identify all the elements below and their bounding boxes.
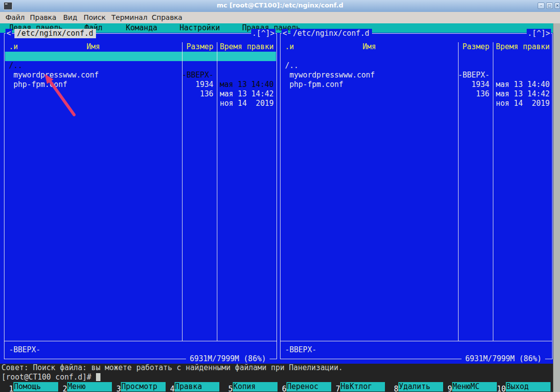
terminal-content: Левая панель Файл Команда Настройки Прав… (0, 23, 560, 392)
fkey-label: МенюМС (452, 382, 497, 392)
fkey-pulldn[interactable]: 9МенюМС (443, 382, 497, 392)
fkey-number: 9 (443, 385, 452, 392)
menu-search[interactable]: Поиск (84, 13, 105, 21)
file-size: 136 (182, 89, 213, 99)
terminal-window: mc [root@CT100]:/etc/nginx/conf.d – □ ✕ … (0, 0, 560, 392)
file-mtime: ноя 14 2019 (496, 99, 550, 108)
fkey-copy[interactable]: 5Копия (224, 382, 278, 392)
shell-prompt: [root@CT100 conf.d]# (1, 373, 96, 382)
fkey-number: 1 (4, 385, 13, 392)
column-divider (217, 42, 217, 341)
column-header-size[interactable]: Размер (182, 42, 213, 52)
fkey-number: 5 (224, 385, 233, 392)
panel-history-right-icon[interactable]: < (281, 29, 288, 38)
file-row-updir[interactable]: /.. -ВВЕРХ- мая 13 14:40 (281, 52, 552, 61)
column-header-name[interactable]: Имя (280, 42, 458, 52)
column-header-name[interactable]: Имя (4, 42, 182, 52)
menu-edit[interactable]: Правка (30, 13, 56, 21)
fkey-label: Меню (67, 382, 112, 392)
fkey-label: Помощь (13, 382, 58, 392)
ministatus: -ВВЕРХ- (9, 345, 40, 355)
fkey-number: 10 (497, 385, 506, 392)
function-key-bar: 1Помощь 2Меню 3Просмотр 4Правка 5Копия 6… (0, 382, 553, 392)
file-row[interactable]: mywordpresswww.conf 1934 мая 13 14:42 (281, 61, 552, 71)
panel-controls-right-icon[interactable]: .[^]> (527, 29, 551, 38)
fkey-delete[interactable]: 8Удалить (389, 382, 443, 392)
file-name: /.. (9, 61, 22, 71)
ministatus: -ВВЕРХ- (285, 345, 316, 355)
file-row[interactable]: php-fpm.conf 136 ноя 14 2019 (281, 71, 552, 80)
free-space-indicator: 6931M/7999M (86%) (186, 354, 270, 364)
fkey-label: Копия (233, 382, 278, 392)
hint-line: Совет: Поиск файла: вы можете работать с… (1, 363, 343, 373)
file-name: php-fpm.conf (285, 80, 343, 89)
file-row[interactable]: php-fpm.conf 136 ноя 14 2019 (5, 71, 276, 80)
terminal-scrollbar[interactable] (553, 23, 560, 392)
column-divider (182, 42, 183, 341)
file-mtime: ноя 14 2019 (220, 99, 274, 108)
file-mtime: мая 13 14:42 (220, 89, 274, 99)
fkey-number: 7 (331, 385, 340, 392)
column-header-time[interactable]: Время правки (496, 42, 550, 52)
left-panel-path[interactable]: /etc/nginx/conf.d (14, 29, 96, 38)
fkey-move[interactable]: 6Перенос (278, 382, 331, 392)
fkey-label: Перенос (286, 382, 331, 392)
file-size: -ВВЕРХ- (182, 71, 213, 80)
column-header-time[interactable]: Время правки (220, 42, 274, 52)
window-titlebar[interactable]: mc [root@CT100]:/etc/nginx/conf.d – □ ✕ (0, 0, 560, 12)
fkey-label: Просмотр (121, 382, 166, 392)
menu-view[interactable]: Вид (63, 13, 77, 21)
fkey-number: 4 (166, 385, 175, 392)
column-divider (493, 42, 493, 341)
fkey-label: Удалить (398, 382, 443, 392)
file-mtime: мая 13 14:40 (496, 80, 550, 89)
column-divider (458, 42, 459, 341)
fkey-number: 2 (58, 385, 67, 392)
column-header-size[interactable]: Размер (458, 42, 489, 52)
fkey-menu[interactable]: 2Меню (58, 382, 112, 392)
file-size: 1934 (458, 80, 489, 89)
fkey-number: 8 (389, 385, 398, 392)
menu-help[interactable]: Справка (152, 13, 183, 21)
right-panel: < /etc/nginx/conf.d .[^]> .и Имя Размер … (280, 33, 553, 359)
mc-menu-command[interactable]: Команда (126, 23, 157, 33)
fkey-help[interactable]: 1Помощь (4, 382, 58, 392)
menu-terminal[interactable]: Терминал (111, 13, 147, 21)
right-column-headers: .и Имя Размер Время правки (280, 42, 552, 52)
window-title: mc [root@CT100]:/etc/nginx/conf.d (0, 1, 560, 9)
fkey-mkdir[interactable]: 7НвКтлог (331, 382, 385, 392)
file-mtime: мая 13 14:40 (220, 80, 274, 89)
free-space-indicator: 6931M/7999M (86%) (462, 354, 545, 364)
file-size: 136 (458, 89, 489, 99)
fkey-label: Выход (506, 382, 551, 392)
fkey-number: 3 (112, 385, 121, 392)
fkey-edit[interactable]: 4Правка (166, 382, 219, 392)
left-panel: < /etc/nginx/conf.d .[^]> .и Имя Размер … (4, 33, 277, 359)
right-panel-path[interactable]: /etc/nginx/conf.d (290, 29, 372, 38)
file-size: 1934 (182, 80, 213, 89)
maximize-button[interactable]: □ (546, 2, 553, 9)
ministatus-divider (280, 341, 552, 341)
left-column-headers: .и Имя Размер Время правки (4, 42, 277, 52)
fkey-quit[interactable]: 10Выход (497, 382, 551, 392)
minimize-button[interactable]: – (538, 2, 545, 9)
fkey-label: Правка (175, 382, 219, 392)
command-line[interactable]: [root@CT100 conf.d]# (1, 373, 100, 382)
fkey-number: 6 (278, 385, 286, 392)
file-mtime: мая 13 14:42 (496, 89, 550, 99)
file-row-updir[interactable]: /.. -ВВЕРХ- мая 13 14:40 (5, 52, 276, 61)
file-row[interactable]: mywordpresswww.conf 1934 мая 13 14:42 (5, 61, 276, 71)
mc-menu-options[interactable]: Настройки (180, 23, 220, 33)
text-cursor (96, 373, 100, 381)
close-button[interactable]: ✕ (555, 2, 560, 9)
panel-controls-left-icon[interactable]: .[^]> (251, 29, 276, 38)
fkey-label: НвКтлог (340, 382, 385, 392)
fkey-view[interactable]: 3Просмотр (112, 382, 166, 392)
panel-history-left-icon[interactable]: < (5, 29, 12, 38)
terminal-menubar: Файл Правка Вид Поиск Терминал Справка (0, 12, 560, 24)
menu-file[interactable]: Файл (5, 13, 25, 21)
ministatus-divider (4, 341, 277, 341)
